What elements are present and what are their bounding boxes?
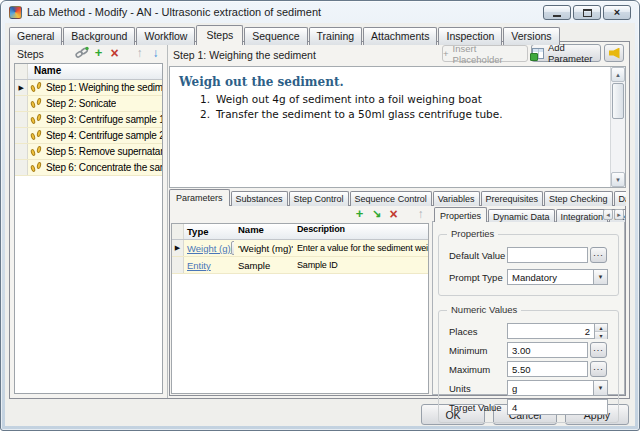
move-parameter-up-button[interactable]: ↑ xyxy=(414,207,427,220)
tab-sequence[interactable]: Sequence xyxy=(244,27,307,45)
param-type-link[interactable]: Entity xyxy=(187,260,211,271)
units-value: g xyxy=(512,383,517,394)
step-icon xyxy=(31,130,43,142)
name-cell[interactable]: Sample xyxy=(234,260,293,271)
detail-tab-substances[interactable]: Substances xyxy=(231,191,288,206)
places-value: 2 xyxy=(585,326,590,337)
row-selector-cell xyxy=(15,160,28,175)
move-step-up-button[interactable]: ↑ xyxy=(133,46,146,59)
insert-parameter-button[interactable]: ↘ xyxy=(370,207,383,220)
prompt-type-select[interactable]: Mandatory ▾ xyxy=(507,269,608,285)
units-select[interactable]: g ▾ xyxy=(507,380,608,396)
scrollbar-thumb[interactable] xyxy=(612,83,624,119)
tab-inspection[interactable]: Inspection xyxy=(438,27,502,45)
detail-tab-prerequisites[interactable]: Prerequisites xyxy=(481,191,544,206)
move-step-down-button[interactable]: ↓ xyxy=(149,46,162,59)
detail-tab-step-checking[interactable]: Step Checking xyxy=(544,191,613,206)
delete-parameter-button[interactable]: × xyxy=(387,207,400,220)
default-value-input[interactable] xyxy=(507,247,588,263)
detail-tab-parameters[interactable]: Parameters xyxy=(169,189,230,206)
step-row-6[interactable]: Step 6: Concentrate the sample xyxy=(15,160,162,176)
link-icon xyxy=(75,46,89,59)
row-selector-cell: ▶ xyxy=(15,80,28,95)
minimize-button[interactable] xyxy=(543,5,571,20)
step-row-2[interactable]: Step 2: Sonicate xyxy=(15,96,162,112)
ellipsis-icon: ... xyxy=(593,362,604,372)
tab-background[interactable]: Background xyxy=(63,27,135,45)
param-type-link[interactable]: Weight (g) xyxy=(187,243,231,254)
dropdown-icon: ▾ xyxy=(599,384,603,392)
properties-group: Properties Default Value ... Prompt Type… xyxy=(438,234,619,296)
tab-steps[interactable]: Steps xyxy=(196,25,243,45)
props-tab-properties[interactable]: Properties xyxy=(434,207,487,222)
step-row-5[interactable]: Step 5: Remove supernatant xyxy=(15,144,162,160)
insert-placeholder-button[interactable]: + Insert Placeholder xyxy=(442,45,528,62)
row-selector-icon: ▶ xyxy=(18,84,23,92)
props-tab-integration[interactable]: Integration xyxy=(556,209,609,222)
minimize-icon xyxy=(553,15,561,17)
step-description-editor[interactable]: Weigh out the sediment. 1. Weigh out 4g … xyxy=(169,66,626,188)
field-label: Default Value xyxy=(449,250,505,261)
maximum-value: 5.50 xyxy=(512,364,531,375)
prompt-type-dropdown-button[interactable]: ▾ xyxy=(593,270,607,284)
description-cell[interactable]: Sample ID xyxy=(293,260,428,270)
tab-versions[interactable]: Versions xyxy=(503,27,559,45)
description-scrollbar[interactable]: ▲ ▼ xyxy=(610,67,625,187)
props-tab-dynamic-data[interactable]: Dynamic Data xyxy=(488,209,555,222)
tab-workflow[interactable]: Workflow xyxy=(136,27,195,45)
step-label: Step 5: Remove supernatant xyxy=(46,146,162,157)
step-row-4[interactable]: Step 4: Centrifuge sample 2 xyxy=(15,128,162,144)
maximize-icon xyxy=(583,9,592,17)
description-list-item: 1. Weigh out 4g of sediment into a foil … xyxy=(200,92,625,107)
detail-tab-sequence-control[interactable]: Sequence Control xyxy=(350,191,432,206)
default-value-browse-button[interactable]: ... xyxy=(590,247,607,263)
steps-grid: Name ▶ Step 1: Weighing the sediment Ste… xyxy=(14,63,163,394)
field-label: Prompt Type xyxy=(449,272,503,283)
speaker-button[interactable] xyxy=(604,44,624,62)
down-arrow-icon: ↓ xyxy=(153,47,159,59)
parameter-row-weight[interactable]: ▶ Weight (g) ▾ 'Weight (mg)' Enter a val… xyxy=(172,240,428,257)
units-dropdown-button[interactable]: ▾ xyxy=(593,381,607,395)
spin-down-icon: ▾ xyxy=(595,332,607,339)
maximize-button[interactable] xyxy=(573,5,601,20)
parameter-row-entity[interactable]: Entity Sample Sample ID xyxy=(172,257,428,274)
step-row-3[interactable]: Step 3: Centrifuge sample 1 xyxy=(15,112,162,128)
places-spinner[interactable]: ▴ ▾ xyxy=(594,324,607,338)
detail-tab-variables[interactable]: Variables xyxy=(433,191,480,206)
delete-step-button[interactable]: × xyxy=(108,46,121,59)
description-cell[interactable]: Enter a value for the sediment weight. xyxy=(293,243,428,253)
close-icon: × xyxy=(614,7,620,18)
insert-predefined-step-button[interactable] xyxy=(75,46,89,59)
minimum-input[interactable]: 3.00 xyxy=(507,342,588,358)
target-value-input[interactable]: 4 xyxy=(507,399,608,415)
tab-scroll-left-button[interactable]: ◂ xyxy=(603,209,613,220)
scroll-down-button[interactable]: ▼ xyxy=(611,172,625,187)
maximum-input[interactable]: 5.50 xyxy=(507,361,588,377)
tab-general[interactable]: General xyxy=(9,27,62,45)
tab-training[interactable]: Training xyxy=(309,27,363,45)
lab-method-window: Lab Method - Modify - AN - Ultrasonic ex… xyxy=(0,0,640,431)
name-cell[interactable]: 'Weight (mg)' xyxy=(234,243,293,254)
default-value-row: Default Value ... xyxy=(441,247,612,263)
minimum-browse-button[interactable]: ... xyxy=(590,342,607,358)
field-label: Places xyxy=(449,326,478,337)
enter-arrow-icon: ↘ xyxy=(372,208,381,219)
add-parameter-row-button[interactable]: + xyxy=(353,207,366,220)
ellipsis-icon: ... xyxy=(593,248,604,258)
list-text: Transfer the sediment to a 50ml glass ce… xyxy=(216,107,503,122)
scroll-left-icon: ◂ xyxy=(606,211,610,219)
title-bar[interactable]: Lab Method - Modify - AN - Ultrasonic ex… xyxy=(1,1,639,23)
add-step-button[interactable]: + xyxy=(92,46,105,59)
tab-scroll-right-button[interactable]: ▸ xyxy=(614,209,624,220)
minimum-row: Minimum 3.00 ... xyxy=(441,342,612,358)
tab-attachments[interactable]: Attachments xyxy=(363,27,437,45)
close-button[interactable]: × xyxy=(603,5,631,20)
add-parameter-button[interactable]: Add Parameter xyxy=(531,44,601,62)
detail-tab-data-context[interactable]: Data Context xyxy=(614,191,626,206)
maximum-browse-button[interactable]: ... xyxy=(590,361,607,377)
plus-icon: + xyxy=(356,207,364,220)
scroll-up-button[interactable]: ▲ xyxy=(611,67,625,82)
places-input[interactable]: 2 ▴ ▾ xyxy=(507,323,608,339)
step-row-1[interactable]: ▶ Step 1: Weighing the sediment xyxy=(15,80,162,96)
detail-tab-step-control[interactable]: Step Control xyxy=(289,191,349,206)
